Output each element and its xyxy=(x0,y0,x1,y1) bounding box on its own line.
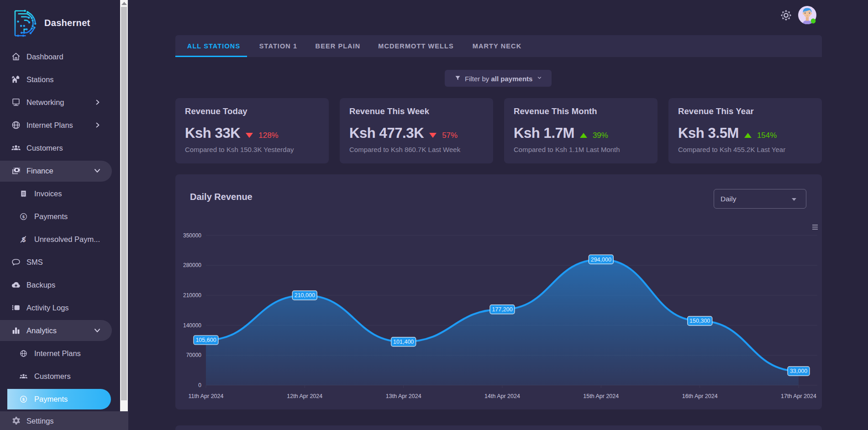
svg-text:14th Apr 2024: 14th Apr 2024 xyxy=(484,393,520,399)
svg-text:70000: 70000 xyxy=(186,352,202,358)
svg-text:16th Apr 2024: 16th Apr 2024 xyxy=(682,393,718,399)
svg-text:210000: 210000 xyxy=(183,292,201,299)
svg-text:$: $ xyxy=(22,396,25,401)
svg-text:13th Apr 2024: 13th Apr 2024 xyxy=(386,393,421,399)
svg-text:177,200: 177,200 xyxy=(492,306,512,313)
svg-text:0: 0 xyxy=(198,382,201,388)
svg-text:140000: 140000 xyxy=(183,322,201,329)
svg-text:105,600: 105,600 xyxy=(195,337,216,343)
svg-text:12th Apr 2024: 12th Apr 2024 xyxy=(287,393,322,399)
svg-text:$: $ xyxy=(22,214,25,219)
svg-text:210,000: 210,000 xyxy=(295,292,315,299)
svg-text:33,000: 33,000 xyxy=(790,368,807,374)
svg-text:17th Apr 2024: 17th Apr 2024 xyxy=(781,393,816,399)
svg-text:280000: 280000 xyxy=(183,262,201,268)
svg-text:350000: 350000 xyxy=(183,232,201,239)
svg-text:15th Apr 2024: 15th Apr 2024 xyxy=(583,393,619,399)
svg-text:294,000: 294,000 xyxy=(591,257,611,263)
svg-text:101,400: 101,400 xyxy=(393,339,414,345)
svg-text:11th Apr 2024: 11th Apr 2024 xyxy=(189,393,224,399)
svg-text:150,300: 150,300 xyxy=(689,318,710,324)
